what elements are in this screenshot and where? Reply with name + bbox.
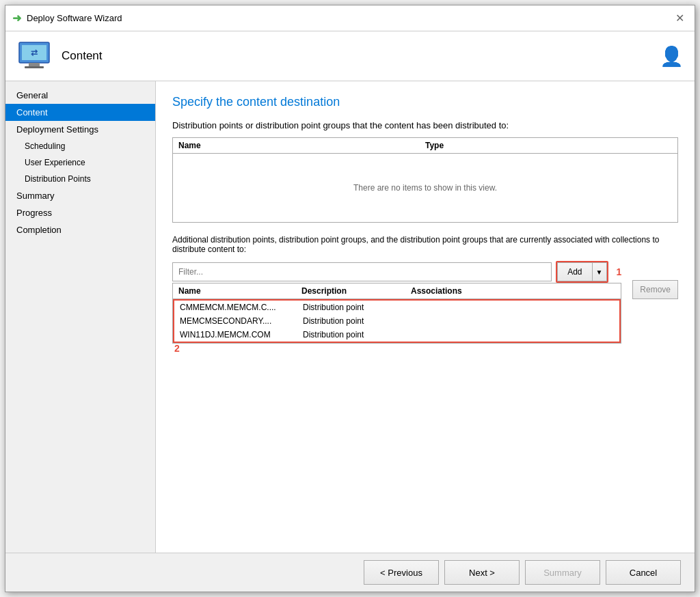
add-button[interactable]: Add [557, 262, 591, 281]
lower-col-associations: Associations [411, 286, 615, 296]
row-0-name: CMMEMCM.MEMCM.C.... [180, 303, 303, 312]
header-section: ⇄ Content 👤 [5, 31, 695, 81]
sidebar-item-completion[interactable]: Completion [5, 221, 155, 238]
computer-icon: ⇄ [16, 38, 52, 74]
sidebar-item-general[interactable]: General [5, 87, 155, 104]
row-2-assoc [412, 330, 614, 339]
sidebar: General Content Deployment Settings Sche… [5, 81, 156, 553]
sidebar-item-progress[interactable]: Progress [5, 204, 155, 221]
table-row[interactable]: MEMCMSECONDARY.... Distribution point [174, 314, 619, 328]
upper-table: Name Type There are no items to show in … [172, 137, 678, 223]
sidebar-item-user-experience[interactable]: User Experience [5, 154, 155, 171]
add-dropdown-button[interactable]: ▼ [592, 262, 607, 281]
wizard-arrow-icon: ➜ [12, 12, 21, 25]
title-bar-left: ➜ Deploy Software Wizard [12, 12, 122, 25]
upper-table-header: Name Type [173, 138, 677, 154]
close-button[interactable]: ✕ [671, 10, 688, 27]
lower-col-name: Name [178, 286, 301, 296]
previous-button[interactable]: < Previous [364, 560, 439, 585]
summary-button[interactable]: Summary [525, 560, 600, 585]
person-icon: 👤 [660, 45, 684, 68]
right-side: Remove [627, 280, 678, 299]
deploy-software-wizard: ➜ Deploy Software Wizard ✕ ⇄ Content 👤 G… [5, 5, 695, 592]
upper-table-empty-text: There are no items to show in this view. [353, 183, 497, 193]
svg-rect-3 [25, 66, 44, 68]
upper-col-type: Type [425, 141, 672, 150]
remove-button[interactable]: Remove [632, 280, 678, 299]
row-0-assoc [412, 303, 614, 312]
upper-description: Distribution points or distribution poin… [172, 120, 678, 130]
dialog-title: Deploy Software Wizard [27, 13, 122, 23]
filter-add-row: Add ▼ 1 [172, 261, 621, 283]
lower-table: Name Description Associations CMMEMCM.ME… [172, 283, 621, 344]
filter-input[interactable] [172, 262, 552, 281]
row-0-desc: Distribution point [303, 303, 412, 312]
header-title: Content [62, 49, 103, 63]
svg-text:⇄: ⇄ [31, 48, 38, 57]
upper-col-name: Name [178, 141, 425, 150]
lower-description: Additional distribution points, distribu… [172, 235, 678, 254]
sidebar-item-deployment-settings[interactable]: Deployment Settings [5, 121, 155, 138]
footer: < Previous Next > Summary Cancel [5, 553, 695, 592]
sidebar-item-content[interactable]: Content [5, 104, 155, 121]
row-2-desc: Distribution point [303, 330, 412, 339]
sidebar-item-scheduling[interactable]: Scheduling [5, 138, 155, 154]
badge-1: 1 [617, 266, 622, 277]
cancel-button[interactable]: Cancel [606, 560, 681, 585]
filter-and-table: Add ▼ 1 Name Description Associations [172, 261, 621, 344]
lower-col-description: Description [301, 286, 411, 296]
page-title: Specify the content destination [172, 95, 678, 109]
content-area: General Content Deployment Settings Sche… [5, 81, 695, 553]
filter-add-section: Add ▼ 1 Name Description Associations [172, 261, 678, 344]
row-2-name: WIN11DJ.MEMCM.COM [180, 330, 303, 339]
highlighted-rows: CMMEMCM.MEMCM.C.... Distribution point M… [173, 299, 621, 343]
upper-table-body: There are no items to show in this view. [173, 154, 677, 222]
add-button-container: Add ▼ [556, 261, 608, 283]
sidebar-item-distribution-points[interactable]: Distribution Points [5, 171, 155, 187]
lower-table-header: Name Description Associations [173, 283, 621, 299]
row-1-desc: Distribution point [303, 316, 412, 326]
title-bar: ➜ Deploy Software Wizard ✕ [5, 5, 695, 31]
next-button[interactable]: Next > [444, 560, 520, 585]
row-1-name: MEMCMSECONDARY.... [180, 316, 303, 326]
sidebar-item-summary[interactable]: Summary [5, 187, 155, 204]
table-row[interactable]: CMMEMCM.MEMCM.C.... Distribution point [174, 301, 619, 314]
row-1-assoc [412, 316, 614, 326]
svg-rect-2 [29, 63, 40, 66]
lower-table-body: CMMEMCM.MEMCM.C.... Distribution point M… [173, 299, 621, 343]
main-panel: Specify the content destination Distribu… [156, 81, 695, 553]
header-left: ⇄ Content [16, 38, 103, 74]
table-row[interactable]: WIN11DJ.MEMCM.COM Distribution point [174, 328, 619, 342]
